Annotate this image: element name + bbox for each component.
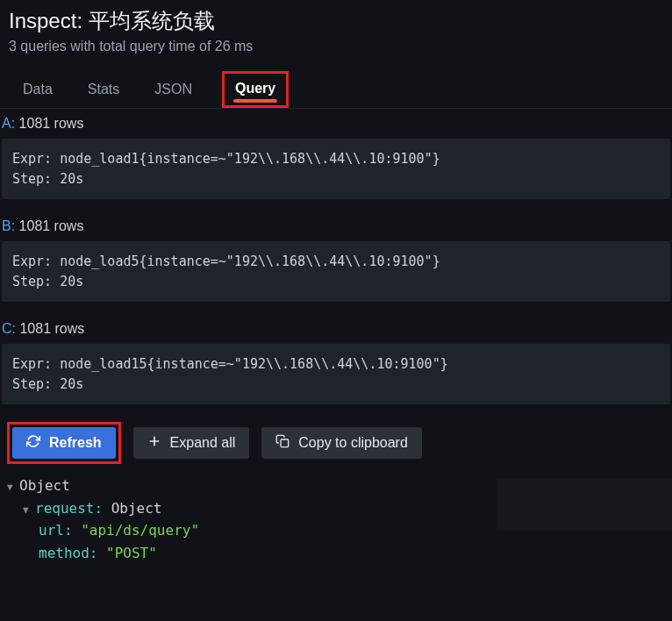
json-method: method: "POST" bbox=[7, 542, 665, 565]
tab-stats[interactable]: Stats bbox=[82, 73, 125, 106]
json-value: "api/ds/query" bbox=[81, 522, 199, 539]
query-step: Step: 20s bbox=[12, 376, 83, 392]
query-rows: 1081 rows bbox=[19, 321, 84, 336]
query-c-label: C: 1081 rows bbox=[0, 314, 672, 344]
button-row: Refresh Expand all Copy to clipboard bbox=[0, 417, 672, 471]
copy-label: Copy to clipboard bbox=[298, 435, 408, 451]
query-b-code: Expr: node_load5{instance=~"192\\.168\\.… bbox=[2, 241, 670, 302]
page-title: Inspect: 平均系统负载 bbox=[0, 0, 672, 39]
tab-data[interactable]: Data bbox=[18, 73, 58, 106]
side-shadow bbox=[497, 478, 672, 531]
json-key: request: bbox=[35, 500, 103, 517]
query-letter: B: bbox=[2, 218, 15, 233]
query-expr: Expr: node_load15{instance=~"192\\.168\\… bbox=[12, 356, 448, 372]
query-rows: 1081 rows bbox=[19, 116, 84, 131]
plus-icon bbox=[147, 434, 161, 452]
query-a-label: A: 1081 rows bbox=[0, 109, 672, 139]
json-value: "POST" bbox=[106, 545, 157, 561]
refresh-icon bbox=[26, 434, 40, 452]
copy-clipboard-button[interactable]: Copy to clipboard bbox=[261, 427, 422, 459]
json-key: url: bbox=[39, 522, 73, 539]
refresh-label: Refresh bbox=[49, 435, 102, 451]
query-step: Step: 20s bbox=[12, 274, 83, 289]
query-rows: 1081 rows bbox=[19, 218, 84, 233]
caret-down-icon: ▼ bbox=[23, 503, 32, 518]
tab-bar: Data Stats JSON Query bbox=[0, 70, 672, 109]
highlight-annotation: Query bbox=[222, 71, 289, 108]
highlight-annotation: Refresh bbox=[7, 422, 121, 464]
query-step: Step: 20s bbox=[12, 171, 83, 187]
query-expr: Expr: node_load1{instance=~"192\\.168\\.… bbox=[12, 151, 440, 167]
caret-down-icon: ▼ bbox=[7, 480, 16, 496]
tab-json[interactable]: JSON bbox=[149, 73, 197, 106]
refresh-button[interactable]: Refresh bbox=[12, 427, 116, 459]
query-expr: Expr: node_load5{instance=~"192\\.168\\.… bbox=[12, 253, 440, 269]
query-letter: C: bbox=[2, 321, 16, 336]
clipboard-icon bbox=[275, 434, 290, 452]
query-b-label: B: 1081 rows bbox=[0, 211, 672, 241]
expand-label: Expand all bbox=[170, 435, 236, 451]
query-letter: A: bbox=[2, 116, 15, 131]
json-type: Object bbox=[19, 477, 70, 494]
expand-all-button[interactable]: Expand all bbox=[133, 427, 250, 459]
query-a-code: Expr: node_load1{instance=~"192\\.168\\.… bbox=[2, 139, 670, 199]
query-c-code: Expr: node_load15{instance=~"192\\.168\\… bbox=[2, 344, 670, 404]
svg-rect-2 bbox=[281, 439, 289, 447]
page-subtitle: 3 queries with total query time of 26 ms bbox=[0, 39, 672, 70]
json-value: Object bbox=[111, 500, 162, 517]
tab-query[interactable]: Query bbox=[233, 77, 277, 100]
json-key: method: bbox=[39, 545, 97, 561]
